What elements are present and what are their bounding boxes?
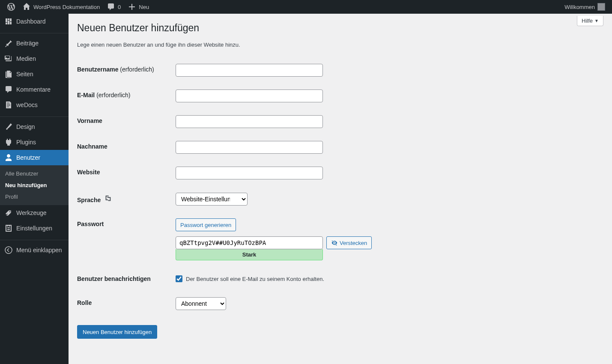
language-select[interactable]: Website-Einstellung: [176, 193, 248, 206]
menu-label: Medien: [16, 55, 36, 62]
email-label: E-Mail (erforderlich): [77, 83, 171, 109]
menu-collapse[interactable]: Menü einklappen: [0, 242, 69, 258]
tools-icon: [4, 209, 13, 217]
menu-label: Kommentare: [16, 86, 51, 93]
menu-label: Werkzeuge: [16, 209, 47, 216]
lastname-label: Nachname: [77, 134, 171, 160]
admin-bar: WordPress Dokumentation 0 Neu Willkommen: [0, 0, 612, 14]
menu-label: Plugins: [16, 139, 36, 146]
menu-label: Seiten: [16, 71, 33, 78]
home-icon: [22, 3, 31, 11]
help-tab[interactable]: Hilfe ▼: [577, 16, 603, 26]
settings-icon: [4, 224, 13, 233]
notify-text: Der Benutzer soll eine E-Mail zu seinem …: [186, 276, 324, 282]
lastname-input[interactable]: [176, 141, 323, 154]
menu-label: Menü einklappen: [16, 247, 62, 254]
help-label: Hilfe: [582, 18, 593, 24]
comments-count: 0: [118, 4, 121, 10]
menu-label: Beiträge: [16, 40, 39, 47]
menu-dashboard[interactable]: Dashboard: [0, 14, 69, 29]
wp-logo-menu[interactable]: [3, 0, 19, 14]
avatar: [597, 3, 605, 11]
submit-button[interactable]: Neuen Benutzer hinzufügen: [77, 325, 157, 339]
website-input[interactable]: [176, 167, 323, 179]
menu-tools[interactable]: Werkzeuge: [0, 205, 69, 221]
notify-user-label: Benutzer benachrichtigen: [77, 267, 171, 291]
menu-users[interactable]: Benutzer: [0, 150, 69, 165]
my-account-menu[interactable]: Willkommen: [561, 0, 609, 14]
firstname-label: Vorname: [77, 109, 171, 134]
translate-icon: [104, 194, 112, 202]
password-strength: Stark: [176, 249, 323, 260]
submenu-all-users[interactable]: Alle Benutzer: [0, 168, 69, 179]
pin-icon: [4, 39, 13, 48]
role-select[interactable]: Abonnent: [176, 297, 226, 310]
submenu-users: Alle Benutzer Neu hinzufügen Profil: [0, 165, 69, 205]
plus-icon: [128, 3, 136, 11]
generate-password-button[interactable]: Passwort generieren: [176, 218, 236, 231]
wordpress-icon: [7, 3, 15, 11]
username-label: Benutzername (erforderlich): [77, 57, 171, 83]
firstname-input[interactable]: [176, 115, 323, 128]
new-content-menu[interactable]: Neu: [124, 0, 152, 14]
menu-appearance[interactable]: Design: [0, 119, 69, 134]
menu-wedocs[interactable]: weDocs: [0, 97, 69, 113]
menu-media[interactable]: Medien: [0, 51, 69, 66]
svg-point-0: [5, 247, 12, 254]
media-icon: [4, 54, 13, 63]
hide-password-button[interactable]: Verstecken: [326, 236, 372, 249]
role-label: Rolle: [77, 291, 171, 316]
admin-sidebar: Dashboard Beiträge Medien Seiten Komment…: [0, 14, 69, 364]
password-label: Passwort: [77, 212, 171, 267]
menu-label: weDocs: [16, 101, 38, 108]
menu-label: Einstellungen: [16, 225, 52, 232]
brush-icon: [4, 122, 13, 131]
site-title: WordPress Dokumentation: [33, 4, 100, 10]
welcome-text: Willkommen: [564, 4, 595, 10]
website-label: Website: [77, 160, 171, 186]
plug-icon: [4, 138, 13, 146]
user-icon: [4, 153, 13, 162]
menu-posts[interactable]: Beiträge: [0, 36, 69, 51]
menu-comments[interactable]: Kommentare: [0, 82, 69, 97]
menu-settings[interactable]: Einstellungen: [0, 221, 69, 236]
main-content: Hilfe ▼ Neuen Benutzer hinzufügen Lege e…: [69, 14, 612, 364]
email-input[interactable]: [176, 90, 323, 102]
page-icon: [4, 70, 13, 78]
comment-icon: [4, 85, 13, 94]
dashboard-icon: [4, 17, 13, 26]
doc-icon: [4, 101, 13, 109]
menu-label: Design: [16, 123, 35, 130]
chevron-down-icon: ▼: [594, 18, 599, 23]
menu-plugins[interactable]: Plugins: [0, 134, 69, 150]
eye-slash-icon: [331, 239, 338, 246]
submenu-add-new[interactable]: Neu hinzufügen: [0, 179, 69, 191]
notify-checkbox[interactable]: [176, 275, 182, 282]
menu-label: Dashboard: [16, 18, 46, 25]
comment-icon: [107, 3, 115, 11]
password-input[interactable]: [176, 236, 323, 249]
username-input[interactable]: [176, 64, 323, 77]
menu-label: Benutzer: [16, 154, 40, 161]
site-name-menu[interactable]: WordPress Dokumentation: [19, 0, 103, 14]
page-description: Lege einen neuen Benutzer an und füge ih…: [77, 42, 603, 48]
comments-menu[interactable]: 0: [103, 0, 124, 14]
menu-pages[interactable]: Seiten: [0, 66, 69, 82]
submenu-profile[interactable]: Profil: [0, 191, 69, 203]
collapse-icon: [4, 246, 13, 254]
new-label: Neu: [139, 4, 149, 10]
page-title: Neuen Benutzer hinzufügen: [77, 14, 603, 36]
language-label: Sprache: [77, 186, 171, 212]
